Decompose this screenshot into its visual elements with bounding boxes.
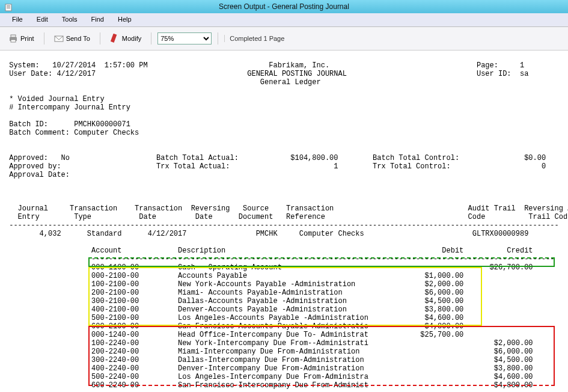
menu-file[interactable]: File bbox=[6, 13, 29, 25]
modify-button[interactable]: Modify bbox=[106, 32, 145, 44]
modify-icon bbox=[110, 34, 120, 43]
svg-rect-1 bbox=[7, 5, 10, 6]
menu-help[interactable]: Help bbox=[112, 13, 138, 25]
menu-tools[interactable]: Tools bbox=[56, 13, 84, 25]
menu-find[interactable]: Find bbox=[85, 13, 110, 25]
svg-rect-5 bbox=[11, 35, 16, 37]
toolbar: Print Send To Modify 75% Completed 1 Pag… bbox=[0, 27, 568, 51]
sendto-icon bbox=[54, 34, 64, 43]
svg-rect-0 bbox=[5, 4, 11, 11]
app-icon bbox=[5, 3, 12, 11]
report-body: System: 10/27/2014 1:57:00 PM Fabrikam, … bbox=[0, 58, 568, 392]
zoom-select[interactable]: 75% bbox=[157, 32, 212, 44]
svg-rect-6 bbox=[11, 40, 16, 42]
menubar: File Edit Tools Find Help bbox=[0, 13, 568, 27]
window-title: Screen Output - General Posting Journal bbox=[219, 0, 349, 13]
svg-rect-2 bbox=[7, 7, 10, 7]
modify-label: Modify bbox=[122, 35, 141, 42]
sendto-label: Send To bbox=[66, 35, 90, 42]
print-label: Print bbox=[20, 35, 34, 42]
titlebar: Screen Output - General Posting Journal bbox=[0, 0, 568, 13]
page-status: Completed 1 Page bbox=[224, 35, 284, 42]
svg-rect-8 bbox=[111, 34, 117, 43]
menu-edit[interactable]: Edit bbox=[31, 13, 54, 25]
print-button[interactable]: Print bbox=[5, 32, 38, 44]
sendto-button[interactable]: Send To bbox=[50, 32, 94, 44]
svg-rect-3 bbox=[7, 8, 10, 8]
printer-icon bbox=[8, 34, 18, 43]
